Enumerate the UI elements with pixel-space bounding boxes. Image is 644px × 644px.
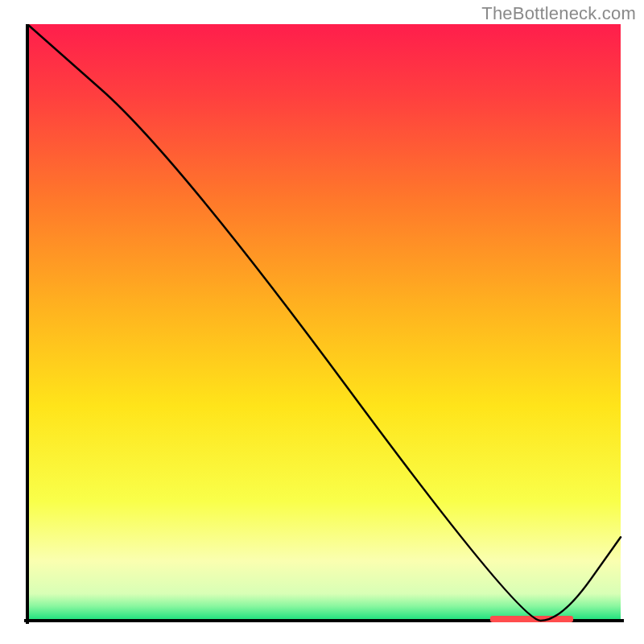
watermark-text: TheBottleneck.com bbox=[481, 3, 636, 24]
plot-background bbox=[27, 24, 621, 621]
chart-container: TheBottleneck.com bbox=[0, 0, 644, 644]
bottleneck-chart bbox=[24, 24, 624, 624]
